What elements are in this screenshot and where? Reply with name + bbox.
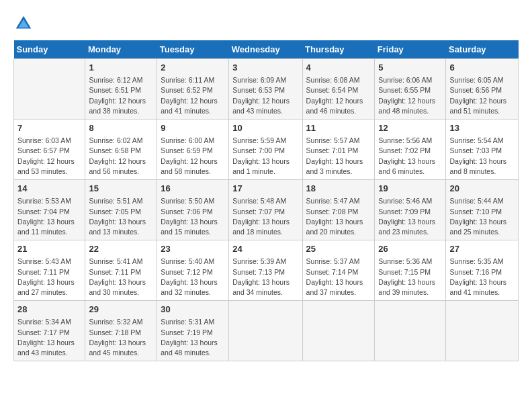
day-number: 17 [232,183,298,195]
day-info: Sunrise: 5:40 AM Sunset: 7:12 PM Dayligh… [161,257,225,298]
calendar-cell: 24Sunrise: 5:39 AM Sunset: 7:13 PM Dayli… [229,240,302,301]
calendar-cell: 17Sunrise: 5:48 AM Sunset: 7:07 PM Dayli… [229,180,302,240]
calendar-cell: 14Sunrise: 5:53 AM Sunset: 7:04 PM Dayli… [14,180,85,240]
day-number: 22 [89,243,153,255]
day-number: 7 [17,122,81,134]
calendar-cell: 27Sunrise: 5:35 AM Sunset: 7:16 PM Dayli… [446,240,519,301]
calendar-cell: 18Sunrise: 5:47 AM Sunset: 7:08 PM Dayli… [302,180,375,240]
day-number: 13 [449,122,515,134]
calendar-cell: 1Sunrise: 6:12 AM Sunset: 6:51 PM Daylig… [85,59,157,120]
day-info: Sunrise: 5:57 AM Sunset: 7:01 PM Dayligh… [306,136,371,177]
calendar-cell: 22Sunrise: 5:41 AM Sunset: 7:11 PM Dayli… [85,240,157,301]
day-number: 9 [161,122,225,134]
day-number: 30 [161,304,225,316]
calendar-body: 1Sunrise: 6:12 AM Sunset: 6:51 PM Daylig… [14,59,519,361]
calendar-cell: 5Sunrise: 6:06 AM Sunset: 6:55 PM Daylig… [375,59,446,120]
day-number: 29 [89,304,153,316]
calendar-cell: 23Sunrise: 5:40 AM Sunset: 7:12 PM Dayli… [157,240,229,301]
day-number: 27 [449,243,515,255]
calendar-cell: 26Sunrise: 5:36 AM Sunset: 7:15 PM Dayli… [375,240,446,301]
weekday-header-wednesday: Wednesday [229,40,302,59]
calendar-week-5: 28Sunrise: 5:34 AM Sunset: 7:17 PM Dayli… [14,301,519,361]
day-info: Sunrise: 5:36 AM Sunset: 7:15 PM Dayligh… [378,257,442,298]
calendar-cell [446,301,519,361]
day-number: 6 [449,62,515,74]
day-info: Sunrise: 5:37 AM Sunset: 7:14 PM Dayligh… [306,257,371,298]
logo [13,13,37,34]
calendar-cell: 10Sunrise: 5:59 AM Sunset: 7:00 PM Dayli… [229,120,302,180]
day-info: Sunrise: 6:12 AM Sunset: 6:51 PM Dayligh… [89,75,153,116]
day-number: 8 [89,122,153,134]
calendar-week-1: 1Sunrise: 6:12 AM Sunset: 6:51 PM Daylig… [14,59,519,120]
day-number: 15 [89,183,153,195]
day-number: 28 [17,304,81,316]
calendar-cell [375,301,446,361]
day-info: Sunrise: 6:11 AM Sunset: 6:52 PM Dayligh… [161,75,225,116]
day-info: Sunrise: 5:41 AM Sunset: 7:11 PM Dayligh… [89,257,153,298]
calendar-cell: 2Sunrise: 6:11 AM Sunset: 6:52 PM Daylig… [157,59,229,120]
calendar-cell: 21Sunrise: 5:43 AM Sunset: 7:11 PM Dayli… [14,240,85,301]
day-info: Sunrise: 5:39 AM Sunset: 7:13 PM Dayligh… [232,257,298,298]
day-number: 4 [306,62,371,74]
day-info: Sunrise: 5:54 AM Sunset: 7:03 PM Dayligh… [449,136,515,177]
day-number: 18 [306,183,371,195]
calendar-cell: 20Sunrise: 5:44 AM Sunset: 7:10 PM Dayli… [446,180,519,240]
logo-icon [13,13,34,34]
day-number: 11 [306,122,371,134]
calendar-cell: 8Sunrise: 6:02 AM Sunset: 6:58 PM Daylig… [85,120,157,180]
day-info: Sunrise: 5:44 AM Sunset: 7:10 PM Dayligh… [449,196,515,237]
calendar-cell: 4Sunrise: 6:08 AM Sunset: 6:54 PM Daylig… [302,59,375,120]
calendar-cell: 30Sunrise: 5:31 AM Sunset: 7:19 PM Dayli… [157,301,229,361]
day-info: Sunrise: 6:05 AM Sunset: 6:56 PM Dayligh… [449,75,515,116]
day-number: 24 [232,243,298,255]
day-number: 12 [378,122,442,134]
day-number: 1 [89,62,153,74]
day-info: Sunrise: 5:48 AM Sunset: 7:07 PM Dayligh… [232,196,298,237]
calendar-cell: 9Sunrise: 6:00 AM Sunset: 6:59 PM Daylig… [157,120,229,180]
calendar-week-4: 21Sunrise: 5:43 AM Sunset: 7:11 PM Dayli… [14,240,519,301]
day-number: 19 [378,183,442,195]
weekday-header-thursday: Thursday [302,40,375,59]
calendar-cell: 11Sunrise: 5:57 AM Sunset: 7:01 PM Dayli… [302,120,375,180]
weekday-row: SundayMondayTuesdayWednesdayThursdayFrid… [14,40,519,59]
calendar-header: SundayMondayTuesdayWednesdayThursdayFrid… [14,40,519,59]
day-info: Sunrise: 6:08 AM Sunset: 6:54 PM Dayligh… [306,75,371,116]
calendar-cell: 6Sunrise: 6:05 AM Sunset: 6:56 PM Daylig… [446,59,519,120]
day-number: 14 [17,183,81,195]
calendar-cell [302,301,375,361]
day-info: Sunrise: 5:46 AM Sunset: 7:09 PM Dayligh… [378,196,442,237]
day-number: 21 [17,243,81,255]
weekday-header-monday: Monday [85,40,157,59]
day-info: Sunrise: 5:59 AM Sunset: 7:00 PM Dayligh… [232,136,298,177]
day-number: 2 [161,62,225,74]
day-info: Sunrise: 5:35 AM Sunset: 7:16 PM Dayligh… [449,257,515,298]
calendar-table: SundayMondayTuesdayWednesdayThursdayFrid… [13,40,519,361]
calendar-cell: 19Sunrise: 5:46 AM Sunset: 7:09 PM Dayli… [375,180,446,240]
calendar-week-3: 14Sunrise: 5:53 AM Sunset: 7:04 PM Dayli… [14,180,519,240]
weekday-header-friday: Friday [375,40,446,59]
calendar-cell [229,301,302,361]
day-number: 25 [306,243,371,255]
day-info: Sunrise: 5:47 AM Sunset: 7:08 PM Dayligh… [306,196,371,237]
day-info: Sunrise: 5:32 AM Sunset: 7:18 PM Dayligh… [89,317,153,358]
day-info: Sunrise: 5:43 AM Sunset: 7:11 PM Dayligh… [17,257,81,298]
day-number: 26 [378,243,442,255]
day-info: Sunrise: 5:56 AM Sunset: 7:02 PM Dayligh… [378,136,442,177]
day-info: Sunrise: 5:53 AM Sunset: 7:04 PM Dayligh… [17,196,81,237]
day-info: Sunrise: 5:50 AM Sunset: 7:06 PM Dayligh… [161,196,225,237]
calendar-cell: 25Sunrise: 5:37 AM Sunset: 7:14 PM Dayli… [302,240,375,301]
day-info: Sunrise: 6:02 AM Sunset: 6:58 PM Dayligh… [89,136,153,177]
day-info: Sunrise: 6:09 AM Sunset: 6:53 PM Dayligh… [232,75,298,116]
weekday-header-saturday: Saturday [446,40,519,59]
day-number: 10 [232,122,298,134]
day-number: 5 [378,62,442,74]
calendar-week-2: 7Sunrise: 6:03 AM Sunset: 6:57 PM Daylig… [14,120,519,180]
calendar-cell: 29Sunrise: 5:32 AM Sunset: 7:18 PM Dayli… [85,301,157,361]
day-info: Sunrise: 6:00 AM Sunset: 6:59 PM Dayligh… [161,136,225,177]
calendar-cell: 3Sunrise: 6:09 AM Sunset: 6:53 PM Daylig… [229,59,302,120]
calendar-cell [14,59,85,120]
calendar-cell: 7Sunrise: 6:03 AM Sunset: 6:57 PM Daylig… [14,120,85,180]
day-info: Sunrise: 5:31 AM Sunset: 7:19 PM Dayligh… [161,317,225,358]
day-info: Sunrise: 6:03 AM Sunset: 6:57 PM Dayligh… [17,136,81,177]
day-info: Sunrise: 5:51 AM Sunset: 7:05 PM Dayligh… [89,196,153,237]
